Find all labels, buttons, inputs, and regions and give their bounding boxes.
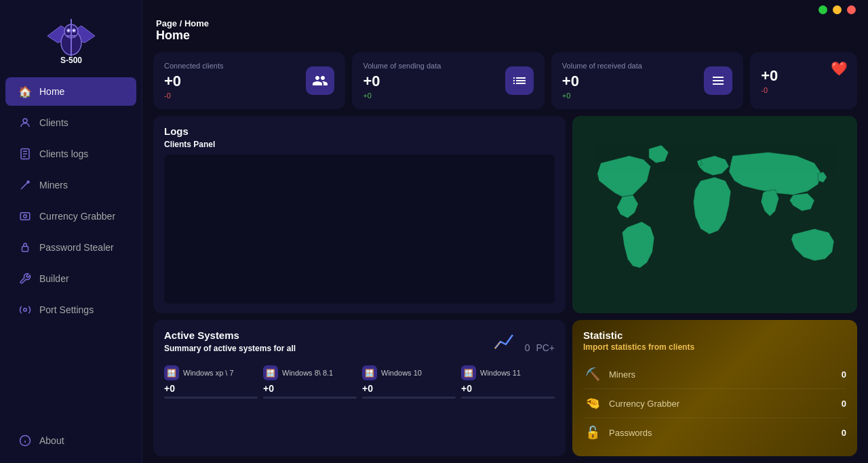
received-icon-box	[704, 66, 732, 95]
windows-icon-xp7: 🪟	[164, 365, 179, 380]
active-systems-subtitle: Summary of active systems for all	[164, 344, 296, 353]
main-content: Page / Home Home Connected clients +0 -0	[142, 0, 868, 463]
statistic-subtitle: Import statistics from clients	[583, 342, 846, 352]
nav-item-currency-grabber[interactable]: Currency Grabber	[5, 202, 136, 230]
pc-count: 0 PC+	[525, 331, 555, 356]
connected-clients-value: +0	[164, 73, 223, 90]
miners-stat-label: Miners	[609, 369, 835, 380]
dot-yellow	[833, 5, 842, 14]
svg-rect-17	[22, 247, 28, 252]
logo-area: S-500	[0, 0, 142, 76]
nav-item-clients-logs[interactable]: Clients logs	[5, 140, 136, 168]
passwords-stat-label: Passwords	[609, 428, 835, 438]
svg-point-4	[67, 30, 69, 32]
dot-red	[847, 5, 856, 14]
os-bar-10	[362, 397, 456, 399]
stat-card-sending: Volume of sending data +0 +0	[352, 52, 544, 109]
active-systems-panel: Active Systems Summary of active systems…	[153, 320, 566, 456]
sending-value: +0	[363, 73, 441, 90]
stat-card-extra: +0 -0 ❤️	[750, 52, 857, 109]
nav-item-password-stealer[interactable]: Password Stealer	[5, 233, 136, 262]
miners-stat-icon: ⛏️	[583, 365, 602, 384]
statistic-panel: Statistic Import statistics from clients…	[572, 320, 857, 456]
map-panel	[572, 116, 857, 313]
logs-area	[164, 155, 555, 304]
dot-green	[818, 5, 827, 14]
currency-stat-label: Currency Grabber	[609, 399, 835, 409]
svg-point-18	[24, 308, 27, 312]
stats-row: Connected clients +0 -0 Volume of sendin…	[153, 52, 857, 109]
content-grid: Connected clients +0 -0 Volume of sendin…	[142, 47, 868, 463]
os-bar-xp7	[164, 397, 258, 399]
sending-icon-box	[505, 66, 534, 95]
connected-clients-label: Connected clients	[164, 62, 223, 70]
svg-rect-15	[20, 213, 30, 220]
statistic-title: Statistic	[583, 329, 846, 341]
svg-point-16	[24, 215, 27, 218]
statistic-currency-row: 🤏 Currency Grabber 0	[583, 389, 846, 418]
svg-point-9	[23, 119, 27, 123]
nav-item-miners[interactable]: Miners	[5, 171, 136, 199]
passwords-stat-value: 0	[842, 428, 846, 438]
extra-sub: -0	[761, 86, 778, 94]
world-map	[572, 116, 857, 313]
connected-clients-icon-box	[306, 66, 334, 95]
sidebar: S-500 🏠 Home Clients Clients logs Miners…	[0, 0, 142, 463]
windows-icon-11: 🪟	[461, 365, 476, 380]
currency-stat-value: 0	[842, 399, 846, 409]
currency-stat-icon: 🤏	[583, 394, 602, 413]
windows-icon-8: 🪟	[263, 365, 278, 380]
heart-icon: ❤️	[831, 60, 848, 77]
os-bar-8	[263, 397, 357, 399]
svg-text:S-500: S-500	[60, 56, 81, 65]
svg-point-5	[73, 30, 75, 32]
stat-card-connected-clients: Connected clients +0 -0	[153, 52, 345, 109]
extra-value: +0	[761, 67, 778, 85]
received-label: Volume of received data	[562, 62, 642, 70]
os-item-8: 🪟 Windows 8\ 8.1 +0	[263, 365, 357, 399]
sending-label: Volume of sending data	[363, 62, 441, 70]
clients-logs-icon	[18, 146, 33, 161]
stat-card-received: Volume of received data +0 +0	[551, 52, 743, 109]
port-settings-icon	[18, 302, 33, 317]
nav-item-port-settings[interactable]: Port Settings	[5, 296, 136, 324]
about-icon	[18, 433, 33, 448]
logs-title: Logs	[164, 125, 555, 137]
page-title: Home	[156, 28, 854, 43]
breadcrumb: Page / Home	[156, 18, 854, 28]
os-bar-11	[461, 397, 555, 399]
currency-grabber-icon	[18, 209, 33, 224]
clients-icon	[18, 115, 33, 130]
os-item-10: 🪟 Windows 10 +0	[362, 365, 456, 399]
received-value: +0	[562, 73, 642, 90]
miners-stat-value: 0	[842, 369, 846, 380]
connected-clients-sub: -0	[164, 92, 223, 100]
password-stealer-icon	[18, 240, 33, 255]
nav-item-clients[interactable]: Clients	[5, 108, 136, 137]
statistic-miners-row: ⛏️ Miners 0	[583, 360, 846, 389]
logs-panel: Logs Clients Panel	[153, 116, 566, 313]
nav-item-builder[interactable]: Builder	[5, 264, 136, 293]
home-icon: 🏠	[18, 84, 33, 99]
os-grid: 🪟 Windows xp \ 7 +0 🪟 Windows 8\ 8.1 +0	[164, 365, 555, 399]
active-systems-title: Active Systems	[164, 329, 296, 341]
nav-item-home[interactable]: 🏠 Home	[5, 77, 136, 106]
miners-icon	[18, 178, 33, 193]
statistic-passwords-row: 🔓 Passwords 0	[583, 418, 846, 447]
logs-subtitle: Clients Panel	[164, 140, 555, 149]
os-item-xp7: 🪟 Windows xp \ 7 +0	[164, 365, 258, 399]
os-item-11: 🪟 Windows 11 +0	[461, 365, 555, 399]
sending-sub: +0	[363, 92, 441, 100]
nav-item-about[interactable]: About	[5, 426, 136, 455]
builder-icon	[18, 271, 33, 286]
page-header: Page / Home Home	[142, 16, 868, 47]
windows-icon-10: 🪟	[362, 365, 377, 380]
chart-icon	[492, 329, 517, 359]
received-sub: +0	[562, 92, 642, 100]
window-controls	[142, 0, 868, 16]
passwords-stat-icon: 🔓	[583, 423, 602, 442]
